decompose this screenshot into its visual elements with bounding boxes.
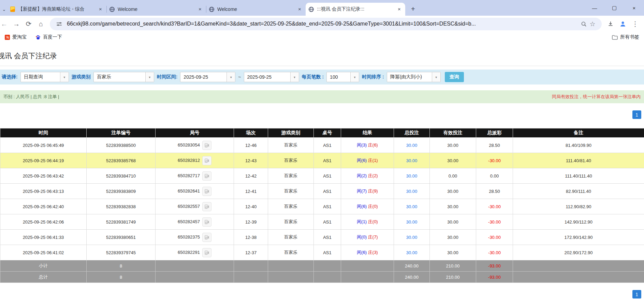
table-row: 2025-09-25 06:44:19522839385768650282812…: [0, 153, 644, 168]
search-button[interactable]: 查询: [445, 72, 464, 82]
taobao-favicon-icon: 淘: [5, 35, 10, 40]
cell-bet-id: 522839384710: [87, 168, 156, 184]
date-start-dropdown[interactable]: 2025-09-25 ▾: [180, 72, 235, 82]
player-result: 闲(6): [357, 158, 367, 163]
sort-dropdown[interactable]: 降冪(由大到小) ▾: [387, 72, 441, 82]
cell-total-bet: 30.00: [394, 184, 430, 199]
tab-close-icon[interactable]: ×: [396, 6, 402, 13]
chevron-down-icon[interactable]: ▾: [290, 72, 299, 82]
bookmark-item-2[interactable]: 百度一下: [35, 34, 62, 40]
download-icon[interactable]: [604, 18, 617, 30]
summary-empty-cell: [314, 260, 341, 272]
cell-round-id: 650282291: [156, 245, 234, 260]
cell-game-type: 百家乐: [268, 245, 314, 260]
bookmark-star-icon[interactable]: ☆: [588, 19, 597, 28]
browser-tab-3[interactable]: Welcome×: [206, 3, 306, 16]
total-bet-link[interactable]: 30.00: [406, 189, 418, 194]
site-settings-icon[interactable]: [55, 19, 63, 28]
video-replay-icon[interactable]: [202, 156, 211, 165]
cell-time: 2025-09-25 06:42:40: [0, 199, 87, 214]
game-type-dropdown[interactable]: 百家乐 ▾: [93, 72, 154, 82]
cell-round-id: 650282717: [156, 168, 234, 184]
total-bet-link[interactable]: 30.00: [406, 235, 418, 240]
chevron-down-icon[interactable]: ▾: [145, 72, 154, 82]
video-replay-icon[interactable]: [202, 217, 211, 227]
tab-close-icon[interactable]: ×: [97, 6, 104, 13]
cell-remark: 112.90/82.90: [513, 199, 644, 214]
total-bet-link[interactable]: 30.00: [406, 250, 418, 255]
page-1-button[interactable]: 1: [632, 290, 641, 299]
page-1-button[interactable]: 1: [632, 110, 641, 119]
chevron-down-icon[interactable]: ▾: [432, 72, 440, 82]
cell-remark: 111.40/81.40: [513, 153, 644, 168]
new-tab-button[interactable]: +: [408, 4, 418, 14]
tab-close-icon[interactable]: ×: [296, 6, 303, 13]
cell-bet-id: 522839383809: [87, 184, 156, 199]
chevron-down-icon[interactable]: ▾: [350, 72, 359, 82]
date-end-dropdown[interactable]: 2025-09-25 ▾: [244, 72, 299, 82]
per-page-dropdown[interactable]: 100 ▾: [326, 72, 359, 82]
round-number: 650282557: [178, 203, 200, 209]
total-bet-link[interactable]: 30.00: [406, 158, 418, 163]
video-replay-icon[interactable]: [202, 248, 211, 257]
window-close-button[interactable]: ×: [624, 0, 644, 16]
video-replay-icon[interactable]: [202, 233, 211, 242]
cell-round-id: 650282457: [156, 214, 234, 230]
menu-icon[interactable]: ⋮: [629, 18, 641, 30]
cell-payout: -30.00: [476, 214, 513, 230]
summary-empty-cell: [341, 260, 394, 272]
browser-tab-4[interactable]: :::视讯 会员下注纪录:::×: [306, 3, 405, 16]
cell-round-id: 650282375: [156, 230, 234, 245]
url-text[interactable]: 66cxkj98.com/game/betrecord_search/kind3…: [67, 21, 579, 27]
total-bet-link[interactable]: 30.00: [406, 173, 418, 179]
summary-label: 小计: [0, 260, 87, 272]
cell-result: 闲(2) 庄(2): [341, 168, 394, 184]
video-replay-icon[interactable]: [202, 202, 211, 211]
cell-result: 闲(1) 庄(0): [341, 214, 394, 230]
cell-game-type: 百家乐: [268, 153, 314, 168]
all-bookmarks-button[interactable]: 所有书签: [612, 34, 639, 40]
cell-round-id: 650282557: [156, 199, 234, 214]
window-maximize-button[interactable]: ▢: [604, 0, 624, 16]
select-type-dropdown[interactable]: 日期查询 ▾: [20, 72, 69, 82]
tab-search-chevron-icon[interactable]: ⌄: [1, 4, 7, 14]
cell-game-type: 百家乐: [268, 168, 314, 184]
summary-empty-cell: [341, 272, 394, 283]
reload-icon[interactable]: ⟳: [23, 18, 35, 30]
home-icon[interactable]: ⌂: [35, 18, 47, 30]
bookmark-item-1[interactable]: 淘爱淘宝: [5, 34, 27, 40]
baidu-paw-icon: [35, 35, 41, 40]
video-replay-icon[interactable]: [202, 187, 211, 196]
chevron-down-icon[interactable]: ▾: [226, 72, 235, 82]
cell-payout: -30.00: [476, 245, 513, 260]
banker-result: 庄(3): [368, 250, 378, 255]
tab-title: Welcome: [217, 6, 294, 12]
video-replay-icon[interactable]: [202, 171, 211, 181]
page-content: 视讯 会员下注纪录 请选择: 日期查询 ▾ 游戏类别 百家乐 ▾ 时间区间: 2…: [0, 51, 644, 299]
tab-close-icon[interactable]: ×: [197, 6, 203, 13]
cell-table-no: AS1: [314, 153, 341, 168]
chevron-down-icon[interactable]: ▾: [60, 72, 69, 82]
cell-valid-bet: 30.00: [430, 138, 476, 153]
video-replay-icon[interactable]: [202, 141, 211, 150]
player-result: 闲(6): [357, 250, 367, 255]
total-bet-link[interactable]: 30.00: [406, 143, 418, 148]
back-icon[interactable]: ←: [0, 18, 10, 30]
cell-result: 闲(6) 庄(3): [341, 245, 394, 260]
total-bet-link[interactable]: 30.00: [406, 204, 418, 209]
summary-empty-cell: [234, 260, 268, 272]
total-bet-link[interactable]: 30.00: [406, 219, 418, 225]
browser-tab-1[interactable]: 【新提醒】海燕策略论坛 - 综合×: [7, 3, 106, 16]
forward-icon[interactable]: →: [10, 18, 23, 30]
browser-tab-2[interactable]: Welcome×: [106, 3, 206, 16]
window-minimize-button[interactable]: —: [585, 0, 604, 16]
address-bar[interactable]: 66cxkj98.com/game/betrecord_search/kind3…: [50, 18, 602, 30]
zoom-icon[interactable]: [579, 19, 588, 28]
profile-icon[interactable]: [617, 18, 629, 30]
cell-result: 闲(7) 庄(9): [341, 184, 394, 199]
tab-title: 【新提醒】海燕策略论坛 - 综合: [18, 6, 94, 12]
summary-payout: -93.00: [476, 260, 513, 272]
cell-result: 闲(0) 庄(7): [341, 230, 394, 245]
cell-game-type: 百家乐: [268, 199, 314, 214]
date-range-label: 时间区间:: [157, 74, 178, 80]
